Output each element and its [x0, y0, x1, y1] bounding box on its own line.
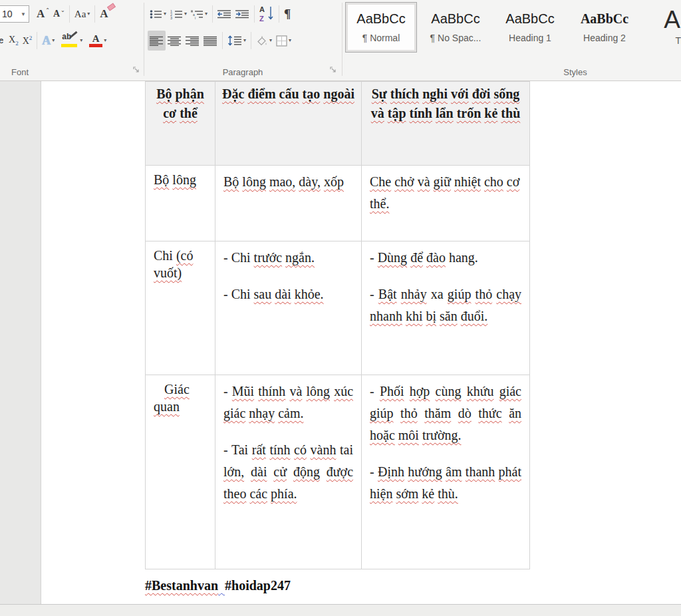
borders-button[interactable]: ▾ — [274, 31, 293, 51]
paragraph-dialog-launcher-icon[interactable] — [330, 65, 337, 77]
doc-word: nhiệt — [454, 174, 481, 189]
doc-word: trước — [254, 250, 283, 265]
doc-paragraph: - Phối hợp cùng khứu giác giúp thỏ thăm … — [370, 381, 521, 446]
chevron-down-icon[interactable]: ▾ — [289, 38, 291, 43]
separator — [251, 32, 251, 49]
doc-paragraph: - Dùng để đào hang. — [370, 247, 521, 269]
chevron-down-icon: ▾ — [52, 38, 55, 43]
doc-word: sớm — [396, 486, 418, 501]
table-header-cell[interactable]: Đặc điểm cấu tạo ngoài — [215, 82, 362, 166]
doc-word: hướng — [408, 464, 442, 479]
doc-word: vuốt) — [154, 265, 182, 280]
doc-word: âm — [446, 464, 462, 479]
table-header-cell[interactable]: Sự thích nghi với đời sống và tập tính l… — [362, 82, 530, 166]
doc-word: Tai — [231, 442, 248, 457]
decrease-indent-button[interactable] — [215, 4, 233, 24]
doc-word: dò — [458, 406, 472, 420]
doc-word: chở — [394, 174, 414, 189]
styles-group-label: Styles — [535, 67, 615, 77]
align-right-button[interactable] — [184, 31, 202, 51]
table-header-cell[interactable]: Bộ phận cơ thể — [146, 82, 215, 166]
align-left-button[interactable] — [148, 31, 166, 51]
doc-word: tập — [388, 106, 406, 120]
font-size-combobox[interactable]: 10 ▼ — [0, 5, 29, 23]
doc-word: đào — [426, 250, 446, 265]
subscript-button[interactable]: X2 — [7, 31, 21, 51]
doc-word: dài — [275, 287, 291, 301]
table-cell[interactable]: - Mũi thính và lông xúc giác nhạy cảm.- … — [215, 375, 362, 569]
superscript-button[interactable]: X2 — [21, 31, 35, 51]
show-hide-pilcrow-button[interactable]: ¶ — [282, 4, 293, 24]
doc-word: cử — [273, 464, 287, 479]
table-row: Bộ lôngBộ lông mao, dày, xốpChe chở và g… — [146, 166, 530, 241]
chevron-down-icon[interactable]: ▾ — [184, 11, 187, 17]
doc-word: khỏe. — [295, 287, 324, 301]
chevron-down-icon[interactable]: ▾ — [104, 38, 106, 43]
chevron-down-icon: ▾ — [87, 11, 90, 17]
doc-paragraph: - Mũi thính và lông xúc giác nhạy cảm. — [223, 381, 353, 424]
doc-word: thể. — [370, 196, 389, 211]
grow-font-button[interactable]: A⌃ — [35, 4, 51, 24]
ribbon: 10 ▼ A⌃ A⌄ Aa▾ A a — [0, 0, 681, 81]
shading-button[interactable]: ▾ — [254, 31, 274, 51]
doc-word: vành — [311, 442, 337, 457]
separator — [212, 5, 213, 23]
hashtag-2: #hoidap247 — [225, 578, 291, 593]
word-app: 10 ▼ A⌃ A⌄ Aa▾ A a — [0, 0, 681, 616]
style-no-spacing[interactable]: AaBbCc ¶ No Spac... — [420, 2, 491, 53]
doc-word: thăm — [424, 406, 451, 420]
text-effects-button[interactable]: A▾ — [40, 31, 57, 51]
style-normal[interactable]: AaBbCc ¶ Normal — [345, 2, 417, 53]
line-spacing-button[interactable]: ▾ — [225, 31, 248, 51]
doc-word: tạo — [303, 86, 321, 101]
doc-word: đời — [472, 86, 491, 101]
doc-word: - — [223, 287, 228, 301]
doc-word: cơ — [507, 174, 519, 189]
table-cell[interactable]: - Phối hợp cùng khứu giác giúp thỏ thăm … — [362, 375, 530, 569]
doc-word: mao, — [269, 174, 295, 189]
doc-word: phận — [175, 86, 204, 101]
shrink-font-button[interactable]: A⌄ — [51, 4, 67, 24]
bullets-button[interactable]: ▾ — [148, 4, 168, 24]
chevron-down-icon[interactable]: ▾ — [164, 11, 166, 17]
clear-formatting-button[interactable]: A — [98, 4, 110, 24]
multilevel-list-button[interactable]: ai ▾ — [189, 4, 209, 24]
doc-word: (có — [176, 248, 194, 263]
align-center-button[interactable] — [166, 31, 184, 51]
style-heading-2[interactable]: AaBbCc Heading 2 — [569, 2, 640, 53]
table-cell[interactable]: Giác quan — [146, 375, 215, 569]
doc-word: giúp — [448, 287, 472, 301]
chevron-down-icon[interactable]: ▾ — [269, 38, 272, 43]
style-title[interactable]: Aa Ti — [643, 2, 681, 53]
document-page[interactable]: Bộ phận cơ thểĐặc điểm cấu tạo ngoàiSự t… — [42, 81, 681, 604]
font-size-value: 10 — [0, 9, 21, 19]
table-cell[interactable]: Chi (có vuốt) — [146, 241, 215, 375]
strikethrough-button-clipped[interactable]: abc — [0, 34, 5, 47]
font-color-button[interactable]: A ▾ — [87, 31, 108, 51]
doc-word: - — [370, 464, 374, 479]
hashtag-line[interactable]: #Bestanhvan #hoidap247 — [145, 578, 681, 593]
table-cell[interactable]: Bộ lông mao, dày, xốp — [215, 166, 362, 241]
doc-word: nhảy — [401, 287, 427, 301]
table-cell[interactable]: - Chi trước ngắn.- Chi sau dài khỏe. — [215, 241, 362, 375]
table-cell[interactable]: - Dùng để đào hang.- Bật nhảy xa giúp th… — [362, 241, 530, 375]
doc-word: môi — [398, 428, 419, 442]
justify-button[interactable] — [202, 31, 219, 51]
chevron-down-icon[interactable]: ▾ — [80, 38, 82, 43]
doc-word: - — [370, 250, 374, 265]
table-cell[interactable]: Bộ lông — [146, 166, 215, 241]
text-highlight-color-button[interactable]: ab ▾ — [59, 31, 84, 51]
numbering-button[interactable]: 123 ▾ — [168, 4, 189, 24]
doc-word: Đặc — [222, 86, 244, 101]
table-row: Giác quan- Mũi thính và lông xúc giác nh… — [146, 375, 530, 569]
table-cell[interactable]: Che chở và giữ nhiệt cho cơ thể. — [362, 166, 530, 241]
font-dialog-launcher-icon[interactable] — [133, 65, 140, 77]
chevron-down-icon[interactable]: ▼ — [21, 11, 29, 17]
change-case-button[interactable]: Aa▾ — [72, 4, 92, 24]
sort-button[interactable]: A Z — [257, 4, 276, 24]
chevron-down-icon[interactable]: ▾ — [205, 11, 207, 17]
style-heading-1[interactable]: AaBbCc Heading 1 — [494, 2, 566, 53]
chevron-down-icon[interactable]: ▾ — [243, 38, 246, 43]
increase-indent-button[interactable] — [233, 4, 251, 24]
doc-paragraph: Chi (có vuốt) — [154, 247, 207, 281]
